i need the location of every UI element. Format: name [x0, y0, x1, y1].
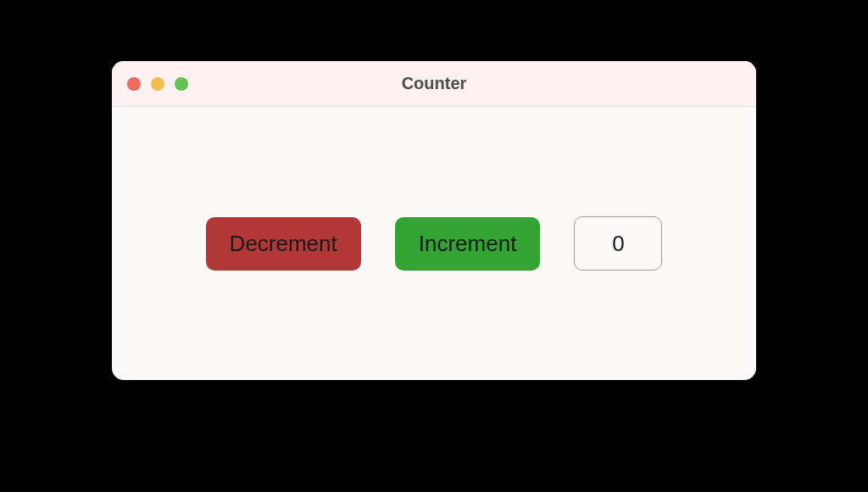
close-icon[interactable] [127, 77, 141, 91]
content-area: Decrement Increment 0 [112, 107, 756, 380]
counter-value: 0 [574, 216, 662, 271]
increment-button[interactable]: Increment [395, 217, 541, 271]
titlebar: Counter [112, 61, 756, 107]
window-controls [127, 77, 188, 91]
maximize-icon[interactable] [175, 77, 188, 91]
app-window: Counter Decrement Increment 0 [112, 61, 756, 380]
decrement-button[interactable]: Decrement [206, 217, 361, 271]
minimize-icon[interactable] [151, 77, 164, 91]
window-title: Counter [112, 74, 756, 93]
